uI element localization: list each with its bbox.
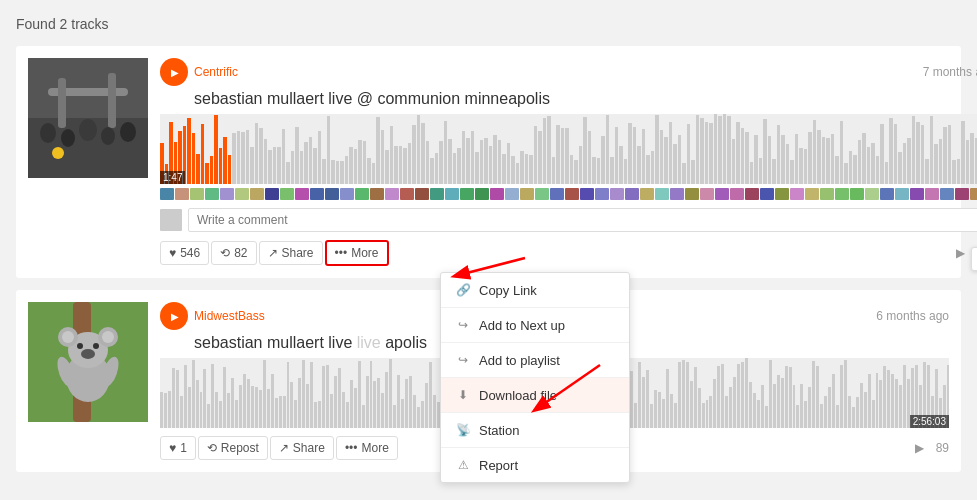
copy-link-label: Copy Link [479,283,537,298]
share-icon-2: ↗ [279,441,289,455]
dropdown-add-playlist[interactable]: ↪ Add to playlist [441,343,629,378]
dropdown-menu-1: 🔗 Copy Link ↪ Add to Next up ↪ Add to pl… [440,272,630,483]
comment-input-1[interactable] [188,208,977,232]
username-1[interactable]: Centrific [194,65,238,79]
svg-point-8 [101,127,115,145]
dropdown-copy-link[interactable]: 🔗 Copy Link [441,273,629,308]
share-button-1[interactable]: ↗ Share [259,241,323,265]
waveform-bars-1[interactable]: 1:472:56:03 [160,114,977,184]
share-button-2[interactable]: ↗ Share [270,436,334,460]
svg-point-9 [120,122,136,142]
track-title-1: sebastian mullaert live @ communion minn… [194,90,977,108]
track-user-2: MidwestBass [160,302,265,330]
play-button-2[interactable] [160,302,188,330]
share-label-2: Share [293,441,325,455]
track-card-1: Centrific 7 months ago #Techno sebastian… [16,46,961,278]
waveform-1[interactable]: 1:472:56:03 [160,114,977,200]
plays-icon-2: ▶ [915,441,924,455]
station-label: Station [479,423,519,438]
like-button-1[interactable]: ♥ 546 [160,241,209,265]
svg-point-22 [93,343,99,349]
like-button-2[interactable]: ♥ 1 [160,436,196,460]
found-tracks-label: Found 2 tracks [16,16,961,32]
track-time-ago-2: 6 months ago [876,309,949,323]
svg-point-10 [52,147,64,159]
track-main-1: Centrific 7 months ago #Techno sebastian… [160,58,977,266]
more-dots-icon-2: ••• [345,441,358,455]
page: Found 2 tracks [0,0,977,500]
svg-point-7 [79,119,97,141]
track-thumbnail-2 [28,302,148,422]
track-top-1: Centrific 7 months ago #Techno sebastian… [28,58,949,266]
repost-button-1[interactable]: ⟲ 82 [211,241,256,265]
report-label: Report [479,458,518,473]
download-tooltip: Download this track [971,247,977,271]
more-dots-icon-1: ••• [335,246,348,260]
svg-point-19 [102,331,114,343]
svg-rect-4 [108,73,116,128]
link-icon: 🔗 [455,282,471,298]
svg-point-21 [77,343,83,349]
track-header-1: Centrific 7 months ago #Techno [160,58,977,86]
time-total-2: 2:56:03 [910,415,949,428]
repost-count-1: 82 [234,246,247,260]
like-count-1: 546 [180,246,200,260]
plays-count-2: 89 [936,441,949,455]
add-playlist-label: Add to playlist [479,353,560,368]
track-stats-2: ▶ 89 [915,441,949,455]
svg-point-5 [40,123,56,143]
dropdown-download[interactable]: ⬇ Download file [441,378,629,413]
playlist-icon: ↪ [455,352,471,368]
repost-label-2: Repost [221,441,259,455]
play-button-1[interactable] [160,58,188,86]
like-count-2: 1 [180,441,187,455]
repost-button-2[interactable]: ⟲ Repost [198,436,268,460]
heart-icon-1: ♥ [169,246,176,260]
more-button-1[interactable]: ••• More [325,240,389,266]
track-time-ago-1: 7 months ago [923,65,977,79]
time-played-1: 1:47 [160,171,185,184]
listeners-bar-1 [160,188,977,200]
next-icon: ↪ [455,317,471,333]
username-2[interactable]: MidwestBass [194,309,265,323]
track-actions-1: ♥ 546 ⟲ 82 ↗ Share ••• More [160,240,977,266]
report-icon: ⚠ [455,457,471,473]
plays-icon-1: ▶ [956,246,965,260]
comment-avatar-1 [160,209,182,231]
heart-icon-2: ♥ [169,441,176,455]
dropdown-report[interactable]: ⚠ Report [441,448,629,482]
svg-point-6 [61,129,75,147]
repost-icon-2: ⟲ [207,441,217,455]
share-icon-1: ↗ [268,246,278,260]
download-label: Download file [479,388,557,403]
repost-icon-1: ⟲ [220,246,230,260]
more-label-2: More [361,441,388,455]
more-button-2[interactable]: ••• More [336,436,398,460]
station-icon: 📡 [455,422,471,438]
svg-point-20 [81,349,95,359]
add-next-label: Add to Next up [479,318,565,333]
svg-point-18 [62,331,74,343]
download-icon: ⬇ [455,387,471,403]
share-label-1: Share [282,246,314,260]
svg-rect-3 [58,78,66,128]
more-label-1: More [351,246,378,260]
track-user-1: Centrific [160,58,238,86]
comment-row-1 [160,208,977,232]
dropdown-station[interactable]: 📡 Station Download this track [441,413,629,448]
dropdown-add-next[interactable]: ↪ Add to Next up [441,308,629,343]
track-thumbnail-1 [28,58,148,178]
